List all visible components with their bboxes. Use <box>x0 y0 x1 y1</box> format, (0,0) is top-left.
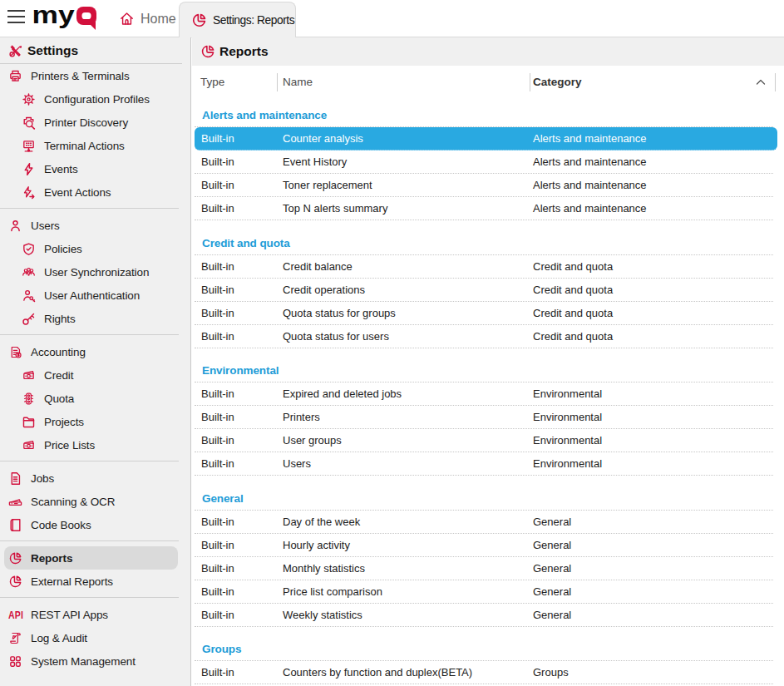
svg-text:my: my <box>32 2 75 28</box>
